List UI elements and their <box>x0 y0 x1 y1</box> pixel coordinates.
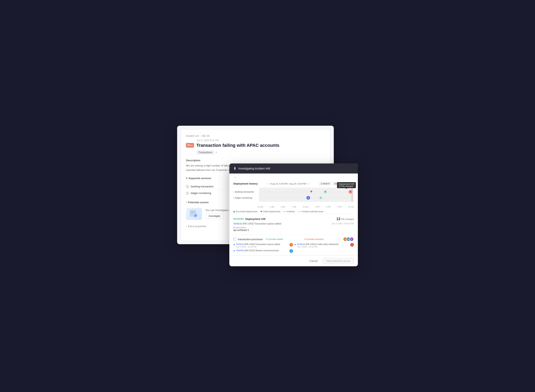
svg-rect-3 <box>187 192 188 194</box>
overlay-footer: Cancel Add potential causes <box>229 256 358 266</box>
deployment-badge-row: SUCCESS Deployment #29 12 File changed <box>233 217 354 221</box>
impacted-services-title: ▾ Impacted services <box>186 177 211 180</box>
investigate-button[interactable]: Investigate <box>205 213 224 219</box>
service-commits-section: transaction-processor 3 Commits added 1 … <box>229 234 358 256</box>
commit-avatar-2: B <box>289 249 293 253</box>
commit-hash-r1[interactable]: 5fe9b3d <box>297 243 305 245</box>
priority-chevron-icon: ▾ <box>191 144 192 146</box>
overlay-title: Investigating incident #46 <box>238 167 270 170</box>
service-commits-name: transaction-processor <box>238 238 263 241</box>
chart-service-banking: banking-transaction <box>235 191 254 193</box>
chart-service-ledger: ledger-monitoring <box>235 197 252 199</box>
commit-avatar-r1: C <box>350 243 354 247</box>
legend-potential-cause: Contains potential cause <box>298 210 324 213</box>
tags-row: Transactions + <box>196 150 325 154</box>
deployment-history-title: Deployment history <box>233 182 258 185</box>
screen-container: Incident List / INC-46 Jun 3, 2020 9:41 … <box>177 126 358 266</box>
deployment-tooltip: Deployments #29 12 File changed <box>337 182 356 188</box>
nav-next-icon[interactable]: › <box>309 182 310 185</box>
time-axis: 10 AM 1 AM 4 AM 7 AM 10 AM 1 PM 4 PM 7 P… <box>257 206 354 208</box>
description-title: Description <box>186 159 325 162</box>
chevron-right-icon-extra: › <box>186 225 187 228</box>
cancel-button[interactable]: Cancel <box>306 258 321 264</box>
service-commits-icon <box>233 238 236 241</box>
commit-hash-2[interactable]: 49d4f3d <box>236 249 244 252</box>
investigating-icon: ⬇ <box>233 166 236 171</box>
legend-failed: Failed deployments <box>260 210 281 213</box>
nav-prev-icon[interactable]: ‹ <box>267 182 268 185</box>
service-name-ledger[interactable]: ledger-monitoring <box>191 191 211 195</box>
environment-info: Environment ap-northeast-1 <box>233 226 354 232</box>
chevron-down-icon: ▾ <box>186 177 187 180</box>
incident-header: P1 ▾ Transaction failing with APAC accou… <box>186 143 325 148</box>
commit-bullet-icon-2: ◈ <box>233 249 235 252</box>
add-potential-causes-button[interactable]: Add potential causes <box>323 258 354 264</box>
avatar-group: A B C <box>344 237 354 241</box>
svg-line-11 <box>196 216 197 217</box>
breadcrumb-id: INC-46 <box>202 135 209 137</box>
file-changed-info: 12 File changed <box>336 217 354 221</box>
commits-removed-count: 1 Commits removed <box>304 238 323 240</box>
breadcrumb-list[interactable]: Incident List <box>186 135 199 137</box>
add-tag-button[interactable]: + <box>215 151 217 154</box>
commit-bullet-removed-icon: ◈ <box>294 243 296 246</box>
success-badge: SUCCESS <box>233 218 244 220</box>
deployment-name: Deployment #29 <box>245 218 265 220</box>
commit-item-removed-1: ◈ 5fe9b3d [PB-1453] Credit entity refact… <box>294 243 354 248</box>
deployment-nav: ‹ < Aug 13, 6:30 PM - Aug 20, 6:30 PM > … <box>267 182 310 185</box>
week-control[interactable]: 1 week ▾ <box>319 182 331 185</box>
legend-successful: Successful deployments <box>233 210 257 213</box>
overlay-header: ⬇ Investigating incident #46 <box>229 163 358 173</box>
avatar-3: C <box>349 237 354 241</box>
commit-item-2: ◈ 49d4f3d [DH-2312] Stream event process… <box>233 249 293 253</box>
chart-legend: Successful deployments Failed deployment… <box>229 209 358 214</box>
commit-count-badge: 2 <box>307 196 310 200</box>
chart-area: › banking-transaction <box>229 187 358 209</box>
commit-bullet-icon: ◈ <box>233 243 235 246</box>
extra-properties-label: Extra properties <box>188 225 206 228</box>
close-button[interactable]: × <box>233 176 237 180</box>
expand-ledger-icon[interactable]: › <box>233 197 234 199</box>
service-icon-banking <box>186 185 189 188</box>
priority-badge[interactable]: P1 ▾ <box>186 143 194 148</box>
svg-rect-0 <box>187 186 188 187</box>
incident-title: Transaction failing with APAC accounts <box>196 143 279 148</box>
breadcrumb-separator: / <box>200 135 201 137</box>
commit-hash-1[interactable]: 5fe9b3d <box>236 243 244 245</box>
deployment-detail: SUCCESS Deployment #29 12 File changed 5… <box>229 214 358 234</box>
date-range: < Aug 13, 6:30 PM - Aug 20, 6:30 PM > <box>269 182 308 185</box>
breadcrumb: Incident List / INC-46 <box>186 135 325 137</box>
legend-incidents: Incidents <box>283 210 295 213</box>
service-name-banking[interactable]: banking-transaction <box>191 185 214 188</box>
service-commits-header: transaction-processor 3 Commits added 1 … <box>233 237 354 241</box>
expand-banking-icon[interactable]: › <box>233 191 234 193</box>
commit-avatar-1: A <box>289 243 293 247</box>
deployment-commit: 5fe9b3d [PB-1453] Transaction queue adde… <box>233 222 354 225</box>
chevron-right-icon: › <box>186 201 187 204</box>
commit-grid: ◈ 5fe9b3d [PB-1453] Transaction queue ad… <box>233 243 354 253</box>
svg-rect-12 <box>234 238 236 241</box>
tag-transactions[interactable]: Transactions <box>196 150 214 154</box>
commit-item-1: ◈ 5fe9b3d [PB-1453] Transaction queue ad… <box>233 243 293 248</box>
overlay-panel: ⬇ Investigating incident #46 × Deploymen… <box>229 163 358 266</box>
investigate-illustration <box>186 208 202 220</box>
chart-row-ledger: › ledger-monitoring 2 <box>233 195 354 201</box>
incident-date: Jun 3, 2020 9:41 PM <box>196 139 325 142</box>
commits-added-count: 3 Commits added <box>266 238 283 240</box>
service-icon-ledger <box>186 191 189 195</box>
